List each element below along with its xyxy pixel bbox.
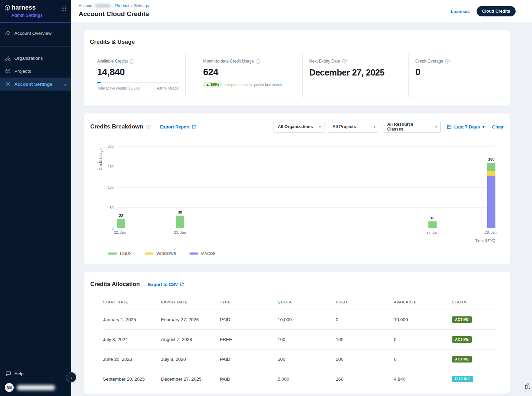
table-row: July 8, 2024 August 7, 2028 FREE 100 100… — [103, 329, 497, 349]
status-badge: ACTIVE — [452, 336, 472, 343]
cube-icon — [5, 68, 11, 74]
x-tick-label: 22. Jan — [114, 230, 125, 234]
organizations-select[interactable]: All Organizations▾ — [273, 121, 324, 133]
breadcrumb: Account - Product › Settings — [79, 3, 149, 8]
sidebar-item-account-settings[interactable]: Account Settings › — [0, 78, 71, 91]
delta-note: compared to prev. period last month — [225, 83, 282, 87]
sidebar-collapse-button[interactable]: ‹ — [66, 372, 76, 382]
cloud-credits-button[interactable]: Cloud Credits — [477, 6, 516, 16]
stat-label: Credit Overage — [415, 59, 443, 64]
info-icon[interactable]: i — [342, 59, 347, 64]
projects-select[interactable]: All Projects▾ — [328, 121, 379, 133]
chart-y-axis-label: Credit Usage — [98, 146, 104, 228]
bar-value-label: 30 — [178, 210, 182, 214]
sidebar-item-label: Account Settings — [14, 82, 52, 87]
credits-breakdown-card: Credits Breakdown i Export Report All Or… — [84, 113, 510, 265]
legend-label: MACOS — [201, 251, 216, 256]
x-tick-label: 27. Jan — [426, 230, 438, 234]
main-area: Account - Product › Settings Account Clo… — [71, 0, 532, 396]
page-header: Account - Product › Settings Account Clo… — [71, 0, 532, 22]
table-row: September 28, 2025 December 27, 2025 PAI… — [103, 369, 497, 389]
stat-value: 0 — [415, 67, 497, 78]
sidebar-footer: Help NB — [0, 367, 71, 396]
breadcrumb-settings[interactable]: Settings — [134, 3, 149, 8]
credits-usage-card: Credits & Usage Available Credits i 14,8… — [84, 30, 510, 106]
info-icon[interactable]: i — [445, 59, 450, 64]
status-badge: ACTIVE — [452, 316, 472, 323]
external-link-icon — [180, 282, 184, 286]
credits-allocation-card: Credits Allocation Export to CSV START D… — [84, 272, 510, 394]
sidebar-item-account-overview[interactable]: Account Overview — [0, 27, 71, 40]
avatar[interactable]: NB — [5, 383, 14, 392]
brand-name: harness — [12, 4, 36, 11]
stat-available-credits: Available Credits i 14,840 Total active … — [90, 53, 186, 98]
app-root: harness Admin Settings Account Overview — [0, 0, 532, 396]
breadcrumb-product[interactable]: - Product — [112, 3, 129, 8]
resource-classes-select[interactable]: All Resource Classes▾ — [383, 121, 441, 133]
legend-label: LINUX — [120, 251, 132, 256]
bar-value-label: 16 — [430, 216, 434, 220]
licenses-link[interactable]: Licenses — [451, 9, 470, 14]
table-row: January 1, 2025 February 27, 2026 PAID 1… — [103, 310, 497, 329]
sidebar-item-projects[interactable]: Projects — [0, 65, 71, 78]
stat-value: December 27, 2025 — [309, 67, 391, 78]
chart-bar-28-jan: 160 — [487, 163, 495, 228]
chart-plot: 223016160 — [117, 146, 495, 228]
info-icon[interactable]: i — [256, 59, 260, 64]
status-badge: FUTURE — [452, 376, 473, 382]
help-label: Help — [14, 371, 24, 376]
x-tick-label: 23. Jan — [174, 230, 186, 234]
credits-usage-title: Credits & Usage — [90, 39, 504, 45]
allocation-table: START DATE EXPIRY DATE TYPE QUOTA USED A… — [103, 300, 497, 389]
chart-x-axis: 22. Jan23. Jan27. Jan28. Jan — [117, 230, 495, 235]
legend-swatch-macos — [189, 252, 198, 255]
stat-value: 14,840 — [97, 67, 178, 78]
col-available: AVAILABLE — [394, 300, 452, 304]
page-title: Account Cloud Credits — [79, 10, 149, 18]
sidebar-divider — [0, 46, 71, 47]
legend-item-linux[interactable]: LINUX — [108, 251, 132, 256]
page-content: Credits & Usage Available Credits i 14,8… — [71, 22, 532, 396]
help-button[interactable]: Help — [0, 367, 71, 380]
credits-progress-track — [97, 82, 178, 83]
chat-icon — [5, 371, 11, 376]
col-expiry-date: EXPIRY DATE — [161, 300, 220, 304]
clear-filters-button[interactable]: Clear — [492, 124, 504, 129]
export-csv-link[interactable]: Export to CSV — [148, 282, 184, 287]
sidebar-item-organizations[interactable]: Organizations — [0, 52, 71, 65]
app-switcher-icon[interactable] — [61, 6, 66, 13]
export-report-link[interactable]: Export Report — [160, 124, 196, 129]
breadcrumb-redacted — [95, 4, 111, 8]
stat-label: Month-to-date Credit Usage — [203, 59, 254, 64]
status-badge: ACTIVE — [452, 356, 472, 363]
table-row: June 20, 2023 July 8, 2030 PAID 500 500 … — [103, 349, 497, 369]
legend-swatch-windows — [145, 252, 154, 255]
credits-chart: Credit Usage 050100150200 223016160 22. … — [90, 146, 504, 256]
stat-next-expiry: Next Expiry Date i December 27, 2025 — [302, 53, 398, 98]
bar-value-label: 160 — [488, 157, 494, 161]
breadcrumb-chevron-icon: › — [131, 3, 132, 8]
info-icon[interactable]: i — [146, 125, 150, 129]
stat-label: Available Credits — [97, 59, 128, 64]
chevron-down-icon: ▾ — [435, 125, 437, 129]
chart-bar-23-jan: 30 — [176, 216, 184, 228]
calendar-icon — [447, 124, 452, 129]
chart-bar-27-jan: 16 — [428, 221, 437, 228]
breadcrumb-account[interactable]: Account — [79, 3, 93, 8]
user-row: NB — [0, 380, 71, 393]
info-icon[interactable]: i — [130, 59, 134, 64]
sidebar: harness Admin Settings Account Overview — [0, 0, 71, 396]
user-name-redacted — [17, 385, 55, 390]
date-range-picker[interactable]: Last 7 Days ▾ — [447, 124, 484, 129]
legend-swatch-linux — [108, 252, 117, 255]
credits-allocation-title: Credits Allocation — [90, 281, 140, 288]
chevron-down-icon: ▾ — [482, 124, 484, 129]
stat-label: Next Expiry Date — [309, 59, 340, 64]
legend-item-windows[interactable]: WINDOWS — [145, 251, 176, 256]
harness-logo-icon — [4, 4, 11, 11]
legend-item-macos[interactable]: MACOS — [189, 251, 216, 256]
stat-mtd-usage: Month-to-date Credit Usage i 624 ▲186% c… — [196, 53, 292, 98]
legend-label: WINDOWS — [157, 251, 176, 256]
stat-credit-overage: Credit Overage i 0 — [408, 53, 504, 98]
chart-x-axis-title: Time (UTC) — [117, 238, 495, 243]
